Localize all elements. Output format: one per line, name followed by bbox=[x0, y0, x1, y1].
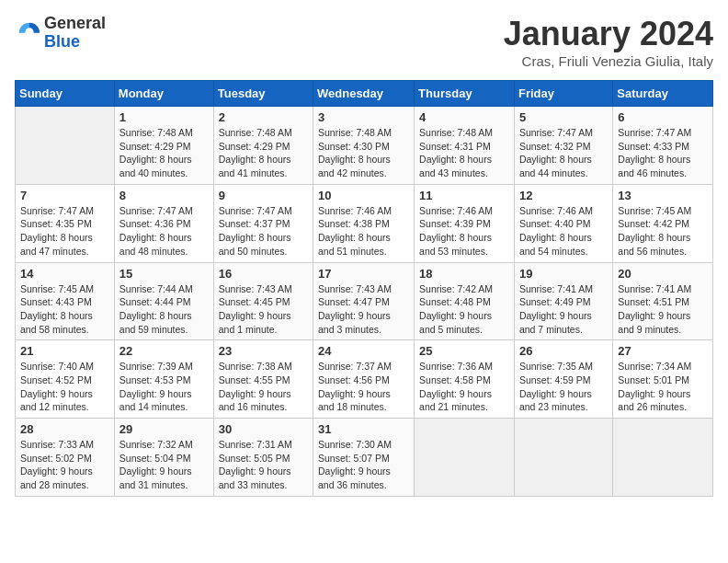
calendar-week-row: 1Sunrise: 7:48 AMSunset: 4:29 PMDaylight… bbox=[16, 107, 713, 185]
calendar-day-cell: 11Sunrise: 7:46 AMSunset: 4:39 PMDayligh… bbox=[415, 184, 515, 262]
location: Cras, Friuli Venezia Giulia, Italy bbox=[504, 53, 713, 69]
logo-blue: Blue bbox=[44, 32, 80, 51]
calendar-week-row: 21Sunrise: 7:40 AMSunset: 4:52 PMDayligh… bbox=[16, 340, 713, 419]
day-info: Sunrise: 7:35 AMSunset: 4:59 PMDaylight:… bbox=[519, 360, 608, 414]
day-number: 25 bbox=[419, 344, 509, 358]
day-number: 13 bbox=[618, 189, 708, 202]
calendar-day-cell: 10Sunrise: 7:46 AMSunset: 4:38 PMDayligh… bbox=[313, 184, 415, 262]
day-info: Sunrise: 7:32 AMSunset: 5:04 PMDaylight:… bbox=[119, 438, 209, 492]
day-number: 27 bbox=[618, 344, 708, 358]
calendar-header-row: SundayMondayTuesdayWednesdayThursdayFrid… bbox=[16, 81, 713, 107]
day-info: Sunrise: 7:36 AMSunset: 4:58 PMDaylight:… bbox=[419, 360, 509, 414]
day-info: Sunrise: 7:43 AMSunset: 4:47 PMDaylight:… bbox=[318, 282, 409, 337]
calendar-day-cell: 15Sunrise: 7:44 AMSunset: 4:44 PMDayligh… bbox=[114, 262, 213, 340]
day-info: Sunrise: 7:47 AMSunset: 4:32 PMDaylight:… bbox=[519, 126, 608, 180]
calendar-day-cell: 25Sunrise: 7:36 AMSunset: 4:58 PMDayligh… bbox=[415, 340, 515, 419]
calendar-day-cell: 24Sunrise: 7:37 AMSunset: 4:56 PMDayligh… bbox=[313, 340, 415, 419]
calendar-day-cell: 13Sunrise: 7:45 AMSunset: 4:42 PMDayligh… bbox=[613, 184, 713, 262]
calendar-week-row: 28Sunrise: 7:33 AMSunset: 5:02 PMDayligh… bbox=[16, 419, 713, 497]
day-info: Sunrise: 7:46 AMSunset: 4:40 PMDaylight:… bbox=[519, 204, 608, 259]
month-title: January 2024 bbox=[504, 15, 713, 53]
logo-icon bbox=[17, 18, 42, 44]
day-number: 20 bbox=[618, 267, 708, 281]
calendar-day-cell bbox=[613, 419, 713, 497]
day-number: 3 bbox=[318, 110, 409, 124]
calendar-day-cell: 28Sunrise: 7:33 AMSunset: 5:02 PMDayligh… bbox=[16, 419, 115, 497]
day-number: 4 bbox=[419, 110, 509, 124]
day-number: 10 bbox=[318, 189, 409, 202]
day-info: Sunrise: 7:31 AMSunset: 5:05 PMDaylight:… bbox=[219, 438, 308, 492]
calendar-day-cell: 29Sunrise: 7:32 AMSunset: 5:04 PMDayligh… bbox=[114, 419, 213, 497]
day-number: 9 bbox=[219, 189, 308, 202]
calendar-day-cell: 30Sunrise: 7:31 AMSunset: 5:05 PMDayligh… bbox=[213, 419, 313, 497]
day-info: Sunrise: 7:48 AMSunset: 4:31 PMDaylight:… bbox=[419, 126, 509, 180]
day-number: 24 bbox=[318, 344, 409, 358]
day-number: 30 bbox=[219, 422, 308, 436]
calendar-day-cell: 19Sunrise: 7:41 AMSunset: 4:49 PMDayligh… bbox=[514, 262, 612, 340]
day-number: 14 bbox=[20, 267, 109, 281]
calendar-day-cell bbox=[16, 107, 115, 185]
day-info: Sunrise: 7:34 AMSunset: 5:01 PMDaylight:… bbox=[618, 360, 708, 414]
day-info: Sunrise: 7:46 AMSunset: 4:39 PMDaylight:… bbox=[419, 204, 509, 259]
calendar-day-cell: 5Sunrise: 7:47 AMSunset: 4:32 PMDaylight… bbox=[514, 107, 612, 185]
calendar-day-header: Friday bbox=[514, 81, 612, 107]
calendar-day-header: Monday bbox=[114, 81, 213, 107]
day-info: Sunrise: 7:47 AMSunset: 4:33 PMDaylight:… bbox=[618, 126, 708, 180]
day-info: Sunrise: 7:40 AMSunset: 4:52 PMDaylight:… bbox=[20, 360, 109, 414]
calendar-week-row: 7Sunrise: 7:47 AMSunset: 4:35 PMDaylight… bbox=[16, 184, 713, 262]
calendar-day-cell: 31Sunrise: 7:30 AMSunset: 5:07 PMDayligh… bbox=[313, 419, 415, 497]
day-number: 5 bbox=[519, 110, 608, 124]
calendar-day-cell: 12Sunrise: 7:46 AMSunset: 4:40 PMDayligh… bbox=[514, 184, 612, 262]
day-number: 19 bbox=[519, 267, 608, 281]
day-info: Sunrise: 7:33 AMSunset: 5:02 PMDaylight:… bbox=[20, 438, 109, 492]
calendar-day-cell: 1Sunrise: 7:48 AMSunset: 4:29 PMDaylight… bbox=[114, 107, 213, 185]
calendar-day-cell: 6Sunrise: 7:47 AMSunset: 4:33 PMDaylight… bbox=[613, 107, 713, 185]
calendar-day-cell: 8Sunrise: 7:47 AMSunset: 4:36 PMDaylight… bbox=[114, 184, 213, 262]
calendar-day-cell: 2Sunrise: 7:48 AMSunset: 4:29 PMDaylight… bbox=[213, 107, 313, 185]
calendar-day-cell bbox=[514, 419, 612, 497]
calendar-day-cell: 23Sunrise: 7:38 AMSunset: 4:55 PMDayligh… bbox=[213, 340, 313, 419]
calendar-day-cell: 21Sunrise: 7:40 AMSunset: 4:52 PMDayligh… bbox=[16, 340, 115, 419]
calendar-day-cell: 26Sunrise: 7:35 AMSunset: 4:59 PMDayligh… bbox=[514, 340, 612, 419]
day-number: 22 bbox=[119, 344, 209, 358]
day-info: Sunrise: 7:42 AMSunset: 4:48 PMDaylight:… bbox=[419, 282, 509, 337]
day-number: 16 bbox=[219, 267, 308, 281]
day-info: Sunrise: 7:41 AMSunset: 4:51 PMDaylight:… bbox=[618, 282, 708, 337]
day-number: 29 bbox=[119, 422, 209, 436]
day-info: Sunrise: 7:47 AMSunset: 4:35 PMDaylight:… bbox=[20, 204, 109, 259]
day-info: Sunrise: 7:43 AMSunset: 4:45 PMDaylight:… bbox=[219, 282, 308, 337]
day-number: 1 bbox=[119, 110, 209, 124]
calendar-day-cell: 14Sunrise: 7:45 AMSunset: 4:43 PMDayligh… bbox=[16, 262, 115, 340]
calendar-table: SundayMondayTuesdayWednesdayThursdayFrid… bbox=[15, 80, 713, 497]
calendar-day-cell: 17Sunrise: 7:43 AMSunset: 4:47 PMDayligh… bbox=[313, 262, 415, 340]
day-info: Sunrise: 7:41 AMSunset: 4:49 PMDaylight:… bbox=[519, 282, 608, 337]
calendar-day-header: Saturday bbox=[613, 81, 713, 107]
calendar-day-header: Thursday bbox=[415, 81, 515, 107]
day-number: 12 bbox=[519, 189, 608, 202]
day-info: Sunrise: 7:39 AMSunset: 4:53 PMDaylight:… bbox=[119, 360, 209, 414]
day-number: 17 bbox=[318, 267, 409, 281]
day-info: Sunrise: 7:48 AMSunset: 4:29 PMDaylight:… bbox=[219, 126, 308, 180]
day-number: 21 bbox=[20, 344, 109, 358]
day-info: Sunrise: 7:48 AMSunset: 4:29 PMDaylight:… bbox=[119, 126, 209, 180]
calendar-day-cell: 16Sunrise: 7:43 AMSunset: 4:45 PMDayligh… bbox=[213, 262, 313, 340]
day-number: 31 bbox=[318, 422, 409, 436]
title-block: January 2024 Cras, Friuli Venezia Giulia… bbox=[504, 15, 713, 69]
calendar-day-cell: 20Sunrise: 7:41 AMSunset: 4:51 PMDayligh… bbox=[613, 262, 713, 340]
calendar-day-cell: 7Sunrise: 7:47 AMSunset: 4:35 PMDaylight… bbox=[16, 184, 115, 262]
day-info: Sunrise: 7:30 AMSunset: 5:07 PMDaylight:… bbox=[318, 438, 409, 492]
calendar-day-cell: 22Sunrise: 7:39 AMSunset: 4:53 PMDayligh… bbox=[114, 340, 213, 419]
day-info: Sunrise: 7:45 AMSunset: 4:42 PMDaylight:… bbox=[618, 204, 708, 259]
calendar-day-header: Tuesday bbox=[213, 81, 313, 107]
logo-general: General bbox=[44, 14, 106, 32]
logo: General Blue bbox=[15, 15, 106, 52]
day-number: 6 bbox=[618, 110, 708, 124]
day-number: 18 bbox=[419, 267, 509, 281]
day-number: 2 bbox=[219, 110, 308, 124]
day-number: 26 bbox=[519, 344, 608, 358]
day-info: Sunrise: 7:45 AMSunset: 4:43 PMDaylight:… bbox=[20, 282, 109, 337]
day-number: 11 bbox=[419, 189, 509, 202]
calendar-day-cell: 3Sunrise: 7:48 AMSunset: 4:30 PMDaylight… bbox=[313, 107, 415, 185]
calendar-day-cell: 9Sunrise: 7:47 AMSunset: 4:37 PMDaylight… bbox=[213, 184, 313, 262]
calendar-day-cell: 27Sunrise: 7:34 AMSunset: 5:01 PMDayligh… bbox=[613, 340, 713, 419]
